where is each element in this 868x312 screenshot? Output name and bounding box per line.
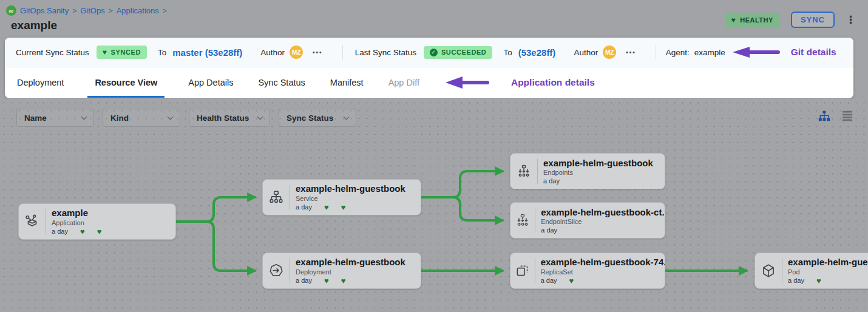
succeeded-badge: ✓ SUCCEEDED: [424, 46, 492, 59]
health-heart-icon: ♥: [97, 228, 102, 236]
health-heart-icon: ♥: [324, 277, 329, 285]
to-label: To: [158, 48, 166, 57]
node-kind: Deployment: [296, 268, 405, 276]
tree-view-icon[interactable]: [818, 110, 830, 122]
last-revision-link[interactable]: (53e28ff): [518, 47, 556, 58]
divider: [342, 45, 343, 59]
node-title: example-helm-guestbook: [296, 183, 405, 194]
author-avatar[interactable]: MZ: [603, 46, 616, 59]
node-age: a day: [296, 203, 312, 211]
resource-tree-canvas: Name Kind Health Status Sync Status: [0, 99, 868, 312]
application-details-annotation: Application details: [446, 67, 595, 98]
health-heart-icon: ♥: [341, 203, 346, 211]
succeeded-badge-label: SUCCEEDED: [441, 49, 486, 56]
node-title: example-helm-guest: [788, 257, 868, 267]
list-view-icon[interactable]: [841, 110, 853, 121]
top-header: ∞ GitOps Sanity > GitOps > Applications …: [0, 0, 868, 38]
node-age: a day: [788, 277, 804, 284]
health-heart-icon: ♥: [816, 277, 821, 285]
sync-button[interactable]: SYNC: [791, 12, 835, 28]
breadcrumb: ∞ GitOps Sanity > GitOps > Applications …: [6, 5, 167, 16]
heart-icon: ♥: [103, 48, 107, 56]
node-title: example: [52, 208, 101, 218]
endpointslice-icon: [510, 213, 535, 228]
current-sync-status-label: Current Sync Status: [16, 48, 89, 57]
author-label: Author: [260, 48, 285, 57]
application-details-label: Application details: [511, 77, 595, 88]
node-deployment[interactable]: example-helm-guestbook Deployment a day …: [262, 253, 421, 289]
author-avatar[interactable]: MZ: [290, 46, 303, 59]
endpoints-icon: [510, 164, 537, 178]
page-title: example: [11, 19, 57, 32]
chevron-down-icon: [81, 114, 87, 120]
git-details-annotation: Git details: [733, 47, 836, 58]
node-pod[interactable]: example-helm-guest Pod a day ♥: [754, 253, 868, 289]
node-service[interactable]: example-helm-guestbook Service a day ♥ ♥: [262, 179, 421, 215]
app-tabs: Deployment Resource View App Details Syn…: [5, 67, 853, 98]
node-kind: EndpointSlice: [541, 218, 659, 225]
breadcrumb-item-gitops[interactable]: GitOps: [80, 6, 104, 15]
health-heart-icon: ♥: [341, 277, 346, 285]
filter-health-status-label: Health Status: [197, 114, 249, 123]
node-kind: Endpoints: [543, 169, 653, 176]
health-heart-icon: ♥: [80, 228, 85, 236]
sync-status-bar: Current Sync Status ♥ SYNCED To master (…: [5, 38, 853, 67]
agent-value: example: [694, 48, 725, 57]
node-age: a day: [296, 277, 312, 284]
tab-app-diff[interactable]: App Diff: [387, 67, 421, 98]
divider: [656, 45, 656, 59]
chevron-down-icon: [257, 114, 263, 120]
node-age: a day: [541, 277, 557, 284]
node-endpoints[interactable]: example-helm-guestbook Endpoints a day: [510, 153, 665, 189]
status-and-tabs-card: Current Sync Status ♥ SYNCED To master (…: [5, 38, 853, 98]
filter-name-dropdown[interactable]: Name: [16, 109, 94, 127]
node-kind: ReplicaSet: [541, 268, 659, 276]
health-heart-icon: ♥: [569, 277, 574, 285]
heart-icon: ♥: [731, 16, 736, 24]
node-title: example-helm-guestbook: [543, 158, 653, 168]
breadcrumb-item-applications[interactable]: Applications: [117, 6, 159, 15]
filter-name-label: Name: [24, 114, 47, 123]
filter-health-status-dropdown[interactable]: Health Status: [189, 109, 270, 127]
author-label: Author: [574, 48, 598, 57]
node-application-example[interactable]: example Application a day ♥ ♥: [18, 203, 176, 240]
filter-kind-dropdown[interactable]: Kind: [103, 109, 180, 127]
node-age: a day: [541, 226, 557, 234]
tab-manifest[interactable]: Manifest: [329, 67, 365, 98]
breadcrumb-item-gitops-sanity[interactable]: GitOps Sanity: [20, 6, 69, 15]
kebab-menu-icon[interactable]: ⋮: [846, 15, 856, 25]
node-kind: Service: [296, 195, 405, 202]
replicaset-icon: [510, 263, 535, 279]
node-kind: Pod: [788, 268, 868, 276]
filter-sync-status-dropdown[interactable]: Sync Status: [279, 109, 356, 127]
node-kind: Application: [52, 219, 101, 226]
node-title: example-helm-guestbook: [296, 257, 405, 267]
health-badge-label: HEALTHY: [740, 16, 773, 24]
tab-resource-view[interactable]: Resource View: [87, 67, 164, 98]
view-toggle: [818, 110, 853, 122]
breadcrumb-separator: >: [72, 7, 76, 15]
last-sync-status-label: Last Sync Status: [355, 48, 416, 57]
tab-deployment[interactable]: Deployment: [16, 67, 65, 98]
to-label: To: [503, 48, 512, 57]
chevron-down-icon: [344, 114, 350, 120]
agent-label: Agent:: [666, 48, 690, 57]
node-age: a day: [543, 177, 560, 185]
header-actions: ♥ HEALTHY SYNC ⋮: [725, 12, 856, 28]
current-revision-link[interactable]: master (53e28ff): [172, 47, 242, 58]
more-actions-icon[interactable]: •••: [626, 49, 636, 56]
synced-badge-label: SYNCED: [111, 49, 141, 56]
tab-app-details[interactable]: App Details: [187, 67, 234, 98]
pod-icon: [755, 263, 782, 279]
service-icon: [263, 189, 290, 205]
filter-bar: Name Kind Health Status Sync Status: [16, 109, 356, 127]
more-actions-icon[interactable]: •••: [313, 49, 323, 56]
node-title: example-helm-guestbook-ct...: [541, 207, 659, 217]
purple-arrow-left-icon: [446, 76, 489, 89]
chevron-down-icon: [168, 114, 174, 120]
check-circle-icon: ✓: [430, 49, 438, 56]
node-endpointslice[interactable]: example-helm-guestbook-ct... EndpointSli…: [510, 202, 665, 239]
tab-sync-status[interactable]: Sync Status: [257, 67, 306, 98]
node-replicaset[interactable]: example-helm-guestbook-74... ReplicaSet …: [510, 253, 665, 289]
filter-kind-label: Kind: [110, 114, 129, 123]
